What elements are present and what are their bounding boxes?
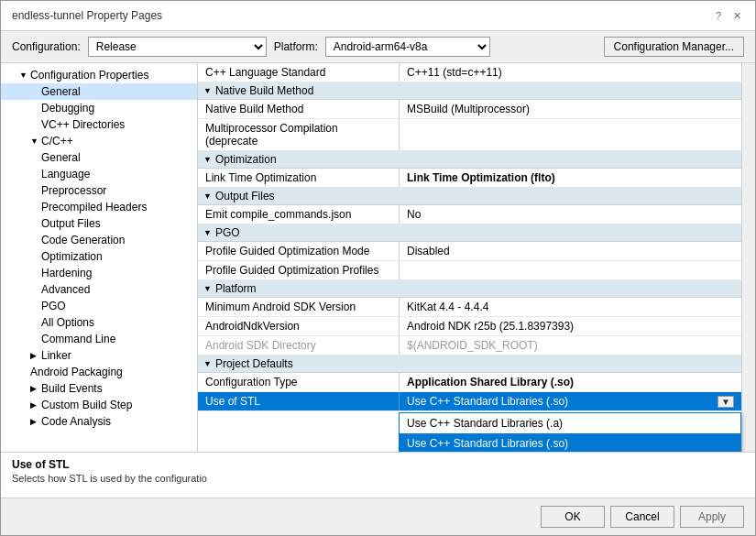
section-native-build: ▼ Native Build Method [198,82,741,100]
prop-row-android-sdk-dir[interactable]: Android SDK Directory $(ANDROID_SDK_ROOT… [198,336,741,356]
tree-item-label: Debugging [41,102,94,115]
tree-item-label: Language [41,168,90,180]
prop-name: Configuration Type [198,373,400,391]
prop-row-link-time-opt[interactable]: Link Time Optimization Link Time Optimiz… [198,169,741,188]
prop-name: Emit compile_commands.json [198,205,400,224]
prop-value: Android NDK r25b (25.1.8397393) [400,317,741,335]
tree-item-cpp-optim[interactable]: Optimization [1,248,197,265]
prop-name: C++ Language Standard [198,63,400,82]
prop-row-config-type[interactable]: Configuration Type Application Shared Li… [198,373,741,392]
tree-item-label: Preprocessor [41,184,106,197]
prop-name: Android SDK Directory [198,336,400,355]
tree-item-cpp-output[interactable]: Output Files [1,215,197,232]
section-arrow: ▼ [203,228,212,237]
prop-name: Use of STL [198,392,400,410]
prop-value: KitKat 4.4 - 4.4.4 [400,298,741,316]
tree-item-android-pkg[interactable]: Android Packaging [1,364,197,380]
platform-select[interactable]: Android-arm64-v8a [325,37,490,57]
tree-arrow: ▶ [30,384,39,393]
tree-item-code-analysis[interactable]: ▶ Code Analysis [1,413,197,430]
tree-item-cpp-allopts[interactable]: All Options [1,314,197,331]
tree-item-label: Output Files [41,217,101,230]
prop-name: Profile Guided Optimization Profiles [198,261,400,279]
prop-row-emit-compile[interactable]: Emit compile_commands.json No [198,205,741,224]
title-bar: endless-tunnel Property Pages ? ✕ [1,1,755,31]
prop-value: Disabled [400,242,741,260]
tree-item-label: Build Events [41,382,103,395]
right-properties-panel: C++ Language Standard C++11 (std=c++11) … [198,63,755,452]
tree-item-linker[interactable]: ▶ Linker [1,347,197,364]
prop-row-pgo-mode[interactable]: Profile Guided Optimization Mode Disable… [198,242,741,261]
section-label: Project Defaults [215,357,293,370]
prop-value [400,261,741,279]
tree-item-cpp[interactable]: ▼ C/C++ [1,133,197,149]
tree-item-cpp-pgo[interactable]: PGO [1,298,197,314]
section-pgo: ▼ PGO [198,224,741,242]
tree-item-label: VC++ Directories [41,118,125,131]
tree-item-label: All Options [41,316,94,329]
prop-row-pgo-profiles[interactable]: Profile Guided Optimization Profiles [198,261,741,280]
config-label: Configuration: [12,40,81,53]
prop-row-multiprocessor[interactable]: Multiprocessor Compilation (deprecate [198,119,741,151]
config-manager-button[interactable]: Configuration Manager... [604,37,744,57]
tree-item-label: Linker [41,349,71,362]
prop-row-native-build-method[interactable]: Native Build Method MSBuild (Multiproces… [198,100,741,119]
tree-item-label: Hardening [41,267,92,279]
help-button[interactable]: ? [711,8,726,23]
ok-button[interactable]: OK [541,506,605,528]
main-content: ▼ Configuration Properties General Debug… [1,63,755,452]
tree-item-cpp-precompiled[interactable]: Precompiled Headers [1,199,197,215]
tree-item-config-props[interactable]: ▼ Configuration Properties [1,67,197,83]
tree-item-label: Android Packaging [30,366,123,378]
prop-row-cpp-lang-std[interactable]: C++ Language Standard C++11 (std=c++11) [198,63,741,82]
tree-item-cpp-general[interactable]: General [1,149,197,166]
section-output-files: ▼ Output Files [198,188,741,205]
right-scrollbar[interactable] [741,63,755,452]
prop-value: Link Time Optimization (flto) [400,169,741,187]
tree-item-label: Code Generation [41,234,125,246]
section-optimization: ▼ Optimization [198,151,741,169]
tree-item-cpp-language[interactable]: Language [1,166,197,182]
tree-item-cpp-cmdline[interactable]: Command Line [1,331,197,347]
tree-item-label: Custom Build Step [41,399,132,411]
apply-button[interactable]: Apply [680,506,744,528]
tree-item-cpp-codegen[interactable]: Code Generation [1,232,197,248]
section-arrow: ▼ [203,86,212,95]
prop-value: $(ANDROID_SDK_ROOT) [400,336,741,355]
tree-item-general[interactable]: General [1,83,197,100]
tree-arrow: ▶ [30,400,39,410]
tree-arrow: ▶ [30,351,39,360]
section-label: Native Build Method [215,84,313,97]
section-label: PGO [215,226,240,239]
prop-name: Profile Guided Optimization Mode [198,242,400,260]
tree-item-debugging[interactable]: Debugging [1,100,197,116]
tree-item-label: Code Analysis [41,415,111,428]
tree-item-vc-dirs[interactable]: VC++ Directories [1,116,197,133]
prop-name: Minimum Android SDK Version [198,298,400,316]
tree-item-build-events[interactable]: ▶ Build Events [1,380,197,397]
prop-row-use-of-stl[interactable]: Use of STL Use C++ Standard Libraries (.… [198,392,741,411]
tree-item-custom-build[interactable]: ▶ Custom Build Step [1,397,197,413]
tree-item-label: PGO [41,300,66,312]
tree-item-label: Optimization [41,250,103,263]
prop-name: AndroidNdkVersion [198,317,400,335]
tree-item-cpp-hardening[interactable]: Hardening [1,265,197,281]
tree-item-label: Configuration Properties [30,69,148,82]
prop-row-min-sdk[interactable]: Minimum Android SDK Version KitKat 4.4 -… [198,298,741,317]
bottom-area: Use of STL Selects how STL is used by th… [1,452,755,535]
prop-value [400,119,741,150]
tree-item-label: General [41,85,81,98]
tree-item-label: Precompiled Headers [41,201,147,213]
close-button[interactable]: ✕ [729,8,744,23]
tree-item-cpp-preprocessor[interactable]: Preprocessor [1,182,197,199]
prop-row-ndk-version[interactable]: AndroidNdkVersion Android NDK r25b (25.1… [198,317,741,336]
info-text: Selects how STL is used by the configura… [12,473,744,484]
section-project-defaults: ▼ Project Defaults [198,356,741,373]
dropdown-item-a[interactable]: Use C++ Standard Libraries (.a) [400,413,740,433]
cancel-button[interactable]: Cancel [610,506,674,528]
tree-item-cpp-advanced[interactable]: Advanced [1,281,197,298]
stl-dropdown-arrow[interactable]: ▼ [718,396,734,408]
configuration-select[interactable]: Release [88,37,267,57]
dropdown-item-so[interactable]: Use C++ Standard Libraries (.so) [400,433,740,452]
prop-value: MSBuild (Multiprocessor) [400,100,741,118]
